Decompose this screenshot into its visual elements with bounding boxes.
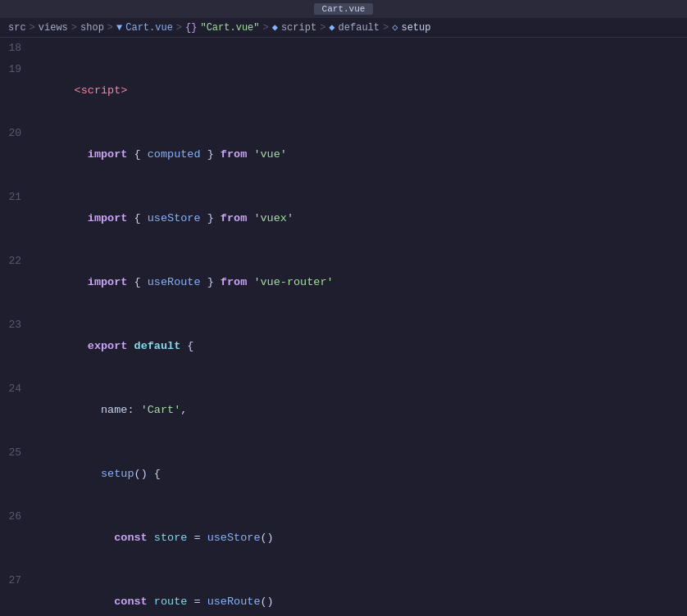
breadcrumb: src > views > shop > ▼ Cart.vue > {} "Ca… xyxy=(0,18,687,38)
code-line-22: 22 import { useRoute } from 'vue-router' xyxy=(0,251,687,315)
breadcrumb-setup-icon: ◇ xyxy=(392,21,398,34)
window-title: Cart.vue xyxy=(314,3,374,15)
breadcrumb-setup: setup xyxy=(401,22,430,34)
code-line-18: 18 xyxy=(0,38,687,59)
breadcrumb-vue-icon: ▼ xyxy=(116,22,122,34)
code-line-27: 27 const route = useRoute() xyxy=(0,570,687,616)
code-line-24: 24 name: 'Cart', xyxy=(0,378,687,442)
line-content-20: import { computed } from 'vue' xyxy=(34,123,687,187)
breadcrumb-default-icon: ◆ xyxy=(329,21,334,34)
breadcrumb-script: ◆ xyxy=(272,21,278,34)
line-number-26: 26 xyxy=(0,506,34,528)
line-content-22: import { useRoute } from 'vue-router' xyxy=(34,251,687,315)
line-number-19: 19 xyxy=(0,59,34,80)
code-editor: 18 19 <script> 20 import { computed } fr… xyxy=(0,38,687,616)
line-content-24: name: 'Cart', xyxy=(34,378,687,442)
code-line-20: 20 import { computed } from 'vue' xyxy=(0,123,687,187)
line-content-19: <script> xyxy=(34,59,687,123)
line-number-21: 21 xyxy=(0,187,34,208)
breadcrumb-views: views xyxy=(39,22,68,34)
code-line-26: 26 const store = useStore() xyxy=(0,506,687,570)
line-number-22: 22 xyxy=(0,251,34,272)
line-number-24: 24 xyxy=(0,378,34,400)
code-line-21: 21 import { useStore } from 'vuex' xyxy=(0,187,687,251)
line-number-27: 27 xyxy=(0,570,34,591)
code-line-23: 23 export default { xyxy=(0,315,687,378)
breadcrumb-cartvue: Cart.vue xyxy=(125,22,173,34)
line-content-21: import { useStore } from 'vuex' xyxy=(34,187,687,251)
line-number-25: 25 xyxy=(0,442,34,464)
window-chrome: Cart.vue xyxy=(0,0,687,18)
line-number-18: 18 xyxy=(0,38,34,59)
line-number-20: 20 xyxy=(0,123,34,144)
line-content-27: const route = useRoute() xyxy=(34,570,687,616)
breadcrumb-string: "Cart.vue" xyxy=(200,22,259,34)
line-number-23: 23 xyxy=(0,315,34,336)
code-line-25: 25 setup() { xyxy=(0,442,687,506)
breadcrumb-shop: shop xyxy=(80,22,104,34)
line-content-25: setup() { xyxy=(34,442,687,506)
line-content-23: export default { xyxy=(34,315,687,378)
breadcrumb-src: src xyxy=(8,22,26,34)
code-line-19: 19 <script> xyxy=(0,59,687,123)
line-content-26: const store = useStore() xyxy=(34,506,687,570)
breadcrumb-brace: {} xyxy=(185,22,197,34)
